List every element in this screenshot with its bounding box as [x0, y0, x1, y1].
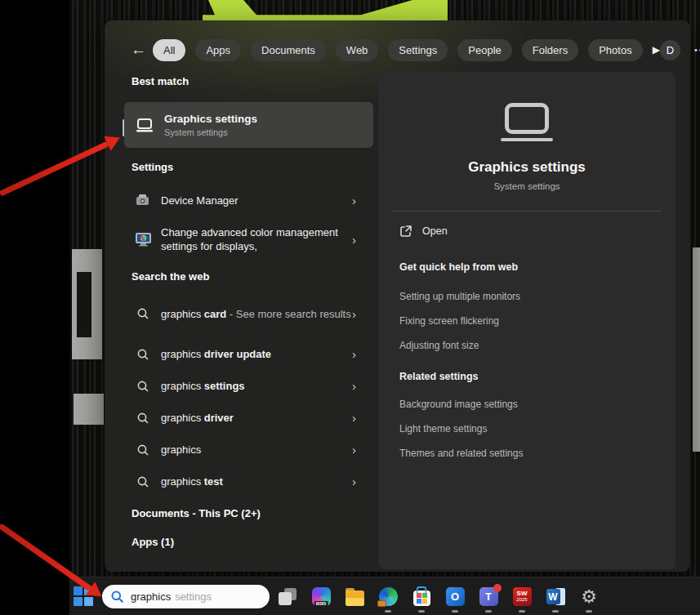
chevron-right-icon[interactable]: ›: [352, 307, 356, 321]
gear-icon: ⚙: [581, 587, 597, 607]
help-link[interactable]: Setting up multiple monitors: [399, 291, 520, 302]
word-icon: W: [546, 587, 565, 606]
chevron-right-icon[interactable]: ›: [352, 443, 356, 457]
color-monitor-icon: [135, 233, 151, 247]
start-button[interactable]: [73, 586, 93, 607]
taskbar-search-input[interactable]: graphics settings: [102, 585, 270, 608]
chevron-right-icon[interactable]: ›: [352, 411, 356, 425]
web-suggestion[interactable]: graphics test ›: [124, 466, 373, 497]
outlook-button[interactable]: O: [445, 587, 465, 607]
suggestion-text: graphics driver update: [161, 347, 361, 361]
documents-section-header[interactable]: Documents - This PC (2+): [132, 507, 261, 519]
wallpaper-shape: [72, 249, 102, 359]
word-button[interactable]: W: [546, 587, 565, 607]
solidworks-icon: SW2025: [513, 587, 532, 606]
task-view-icon: [279, 592, 292, 605]
search-icon: [135, 381, 151, 392]
edge-button[interactable]: [378, 587, 398, 607]
suggestion-bold: card: [204, 308, 226, 320]
result-detail-card: Graphics settings System settings Open G…: [378, 72, 675, 569]
wallpaper-shape: [693, 247, 700, 452]
open-external-icon: [400, 225, 412, 237]
taskbar: graphics settings M365 O T SW2025 W ⚙: [69, 577, 700, 615]
web-suggestion[interactable]: graphics ›: [124, 434, 373, 466]
teams-button[interactable]: T: [479, 587, 498, 607]
chevron-right-icon[interactable]: ›: [352, 379, 356, 393]
task-view-button[interactable]: [278, 587, 297, 607]
tab-web[interactable]: Web: [336, 39, 379, 61]
detail-subtitle: System settings: [378, 181, 675, 191]
open-label: Open: [422, 225, 448, 237]
web-suggestion[interactable]: graphics driver ›: [124, 402, 373, 434]
wallpaper-green-logo: [203, 0, 448, 21]
word-glyph: W: [546, 589, 560, 604]
suggestion-bold: settings: [204, 380, 245, 392]
suggestion-prefix: graphics: [161, 348, 204, 360]
start-logo-pane: [74, 586, 82, 595]
m365-copilot-icon: M365: [312, 587, 331, 606]
chevron-right-icon[interactable]: ›: [352, 347, 356, 361]
best-match-text: Graphics settings System settings: [164, 113, 257, 137]
tab-all[interactable]: All: [153, 39, 185, 61]
back-arrow-icon[interactable]: ←: [131, 41, 146, 59]
device-manager-icon: [135, 194, 151, 207]
settings-button[interactable]: ⚙: [579, 587, 599, 607]
tab-documents[interactable]: Documents: [251, 39, 326, 61]
related-link[interactable]: Background image settings: [399, 399, 518, 410]
laptop-icon: [136, 118, 154, 133]
chevron-right-icon[interactable]: ›: [352, 475, 356, 488]
web-suggestion[interactable]: graphics settings ›: [124, 370, 373, 402]
search-filter-tabs: ← All Apps Documents Web Settings People…: [105, 37, 690, 63]
tab-settings[interactable]: Settings: [388, 39, 448, 61]
suggestion-prefix: graphics: [161, 475, 204, 488]
filter-pill-group: All Apps Documents Web Settings People F…: [153, 39, 643, 61]
web-suggestion[interactable]: graphics driver update ›: [124, 338, 373, 370]
suggestion-prefix: graphics: [161, 443, 201, 456]
suggestion-text: graphics: [161, 443, 361, 457]
store-tile: [422, 599, 427, 604]
start-logo-pane: [84, 586, 93, 595]
divider: [392, 211, 662, 212]
tab-people[interactable]: People: [457, 39, 511, 61]
suggestion-prefix: graphics: [161, 380, 204, 392]
m365-label: M365: [314, 601, 328, 606]
file-explorer-button[interactable]: [345, 587, 364, 607]
result-color-management[interactable]: Change advanced color management setting…: [124, 217, 373, 261]
store-tile: [417, 599, 421, 604]
help-link[interactable]: Fixing screen flickering: [399, 315, 499, 327]
search-icon: [111, 590, 123, 603]
apps-section-header[interactable]: Apps (1): [132, 536, 174, 548]
suggestion-bold: driver: [204, 412, 234, 424]
help-link[interactable]: Adjusting font size: [399, 340, 479, 351]
open-action[interactable]: Open: [400, 225, 448, 237]
chevron-right-icon[interactable]: ›: [352, 194, 356, 207]
best-match-result[interactable]: Graphics settings System settings: [124, 102, 373, 148]
user-avatar[interactable]: D: [660, 40, 680, 60]
search-icon: [135, 412, 151, 424]
start-logo-pane: [84, 597, 93, 606]
options-menu-icon[interactable]: •••: [694, 45, 700, 55]
start-logo-pane: [74, 597, 82, 606]
tab-apps[interactable]: Apps: [195, 39, 241, 61]
laptop-base: [501, 138, 553, 141]
chevron-right-icon[interactable]: ›: [352, 233, 356, 247]
solidworks-year: 2025: [516, 597, 527, 603]
laptop-icon-large: [378, 103, 675, 141]
tab-folders[interactable]: Folders: [522, 39, 578, 61]
related-link[interactable]: Themes and related settings: [399, 448, 523, 459]
store-button[interactable]: [412, 587, 431, 607]
more-tabs-icon[interactable]: ▶: [653, 44, 660, 56]
search-suggestion-ghost: settings: [175, 590, 212, 603]
tab-photos[interactable]: Photos: [588, 39, 642, 61]
notification-dot: [493, 584, 502, 592]
solidworks-button[interactable]: SW2025: [512, 587, 532, 607]
result-device-manager[interactable]: Device Manager ›: [124, 184, 373, 216]
search-icon: [135, 476, 151, 488]
web-suggestion[interactable]: graphics card - See more search results …: [124, 293, 373, 334]
m365-copilot-button[interactable]: M365: [311, 587, 331, 607]
related-link[interactable]: Light theme settings: [399, 423, 487, 435]
search-icon: [135, 308, 151, 319]
folder-icon: [346, 590, 364, 606]
best-match-header: Best match: [132, 75, 189, 87]
teams-icon: T: [479, 587, 498, 606]
